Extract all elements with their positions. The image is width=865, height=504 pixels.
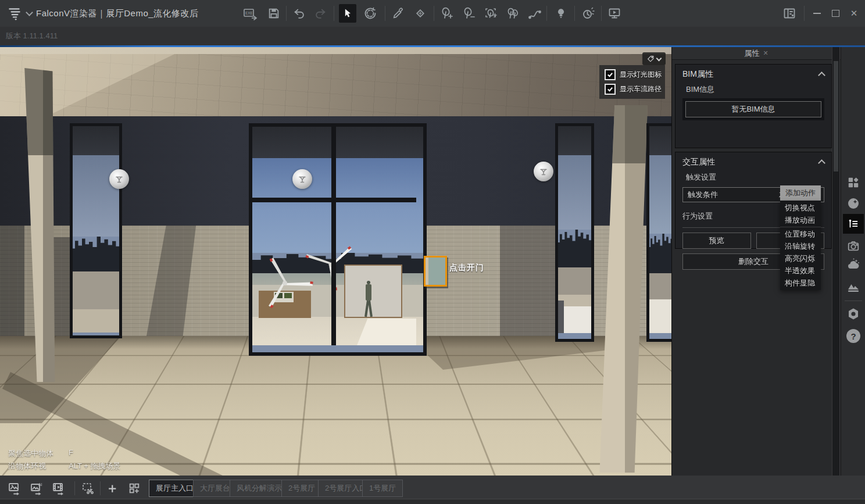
scene-window-right — [555, 123, 594, 342]
light-gizmo-icon[interactable] — [534, 162, 553, 181]
menu-item-rotate-axis[interactable]: 沿轴旋转 — [780, 240, 821, 252]
camera-icon[interactable] — [843, 237, 864, 255]
show-lights-checkbox[interactable] — [605, 69, 616, 80]
toolbar-separator — [385, 6, 385, 21]
scene-window-right-far — [646, 123, 671, 342]
svg-text:EXE: EXE — [245, 11, 253, 15]
select-tool-icon[interactable] — [339, 4, 356, 23]
tab-properties[interactable]: 属性 — [744, 48, 759, 59]
menu-item-play-animation[interactable]: 播放动画 — [780, 214, 821, 226]
side-icon-strip: ? — [841, 47, 865, 476]
panel-tab-bar[interactable]: 属性 ✕ — [672, 47, 841, 60]
panel-scrollbar[interactable] — [832, 47, 840, 476]
bottombar-separator — [100, 481, 101, 495]
menu-item-show-hide[interactable]: 构件显隐 — [780, 277, 821, 289]
app-logo-icon — [5, 0, 24, 27]
menu-divider — [780, 227, 821, 227]
close-button[interactable]: ✕ — [845, 0, 863, 27]
scene-wind-turbine — [299, 235, 363, 294]
vegetation-remove-icon[interactable] — [460, 0, 477, 27]
export-image-icon[interactable] — [7, 481, 22, 496]
save-icon[interactable] — [265, 0, 283, 27]
toolbar-separator — [286, 6, 287, 21]
tab-close-icon[interactable]: ✕ — [763, 49, 768, 57]
collapse-icon — [818, 159, 825, 167]
layout-icon[interactable] — [781, 0, 798, 27]
vegetation-select-icon[interactable] — [482, 0, 499, 27]
export-ai-image-icon[interactable]: AI — [29, 481, 44, 496]
viewport-display-options: 显示灯光图标 显示车流路径 — [599, 65, 665, 99]
paint-bucket-icon[interactable] — [412, 0, 429, 27]
components-icon[interactable] — [843, 174, 864, 191]
preview-button[interactable]: 预览 — [682, 233, 751, 249]
scene-tree-icon-selected[interactable] — [843, 214, 864, 234]
bim-section-header[interactable]: BIM属性 — [675, 65, 831, 83]
menu-item-move-position[interactable]: 位置移动 — [780, 228, 821, 240]
scene-ceiling — [0, 54, 671, 116]
menu-item-translucent[interactable]: 半透效果 — [780, 264, 821, 277]
vegetation-group-icon[interactable] — [504, 0, 521, 27]
export-exe-icon[interactable]: EXE — [242, 0, 259, 27]
toolbar-separator — [434, 6, 434, 21]
path-tool-icon[interactable] — [526, 0, 544, 27]
eyedropper-icon[interactable] — [389, 0, 407, 27]
manage-views-icon[interactable] — [127, 481, 142, 496]
help-icon[interactable]: ? — [843, 327, 864, 345]
show-traffic-checkbox[interactable] — [605, 84, 616, 95]
door-interaction-marker[interactable] — [424, 256, 447, 287]
scene-floor — [0, 336, 671, 476]
scrollbar-handle[interactable] — [834, 61, 838, 171]
bim-section: BIM属性 BIM信息 暂无BIM信息 — [675, 64, 832, 148]
crop-capture-icon[interactable] — [80, 481, 95, 496]
toolbar-separator — [334, 6, 334, 21]
bim-info-box: 暂无BIM信息 — [682, 98, 824, 120]
time-of-day-icon[interactable] — [579, 0, 596, 27]
tag-filter-button[interactable] — [642, 52, 666, 65]
show-traffic-option[interactable]: 显示车流路径 — [605, 84, 665, 95]
light-gizmo-icon[interactable] — [109, 169, 129, 189]
toolbar-separator — [574, 6, 575, 21]
vegetation-add-icon[interactable] — [438, 0, 455, 27]
scene-entrance-glass[interactable] — [249, 123, 427, 356]
menu-item-highlight-flash[interactable]: 高亮闪烁 — [780, 252, 821, 264]
scene-mullion — [331, 127, 336, 345]
viewpoint-tab-hall2[interactable]: 2号展厅 — [281, 480, 322, 497]
orbit-tool-icon[interactable] — [362, 0, 379, 27]
viewpoint-tab-hall1[interactable]: 1号展厅 — [362, 480, 403, 497]
material-sphere-icon[interactable] — [843, 195, 864, 212]
app-menu-chevron-icon[interactable] — [24, 0, 34, 27]
minimize-button[interactable] — [808, 0, 825, 27]
weather-icon[interactable] — [843, 256, 864, 273]
show-lights-option[interactable]: 显示灯光图标 — [605, 69, 665, 80]
interaction-section-header[interactable]: 交互属性 — [675, 152, 831, 171]
menu-item-switch-view[interactable]: 切换视点 — [780, 202, 821, 214]
toolbar-separator — [546, 6, 547, 21]
light-gizmo-icon[interactable] — [292, 169, 312, 189]
hint-orbit: 沿物体环视 ALT + 拖拽场景 — [8, 461, 120, 471]
add-viewpoint-button[interactable]: ＋ — [105, 481, 120, 496]
version-label: 版本 1.11.1.411 — [6, 31, 58, 41]
chevron-down-icon — [656, 55, 662, 61]
redo-icon[interactable] — [312, 0, 329, 27]
bim-info-label: BIM信息 — [675, 83, 831, 98]
properties-panel: 属性 ✕ BIM属性 BIM信息 暂无BIM信息 交互属性 触发设置 触发条件 … — [671, 47, 865, 476]
export-video-icon[interactable] — [51, 481, 66, 496]
viewport-3d[interactable]: 点击开门 显示灯光图标 显示车流路径 聚焦选中物体 F 沿物体环视 ALT + … — [0, 47, 671, 476]
scene-mullion — [252, 198, 416, 202]
title-bar: FalconV渲染器｜展厅Demo_流化修改后 EXE — [0, 0, 865, 27]
window-title: FalconV渲染器｜展厅Demo_流化修改后 — [36, 0, 199, 27]
strip-divider — [845, 301, 862, 301]
presentation-icon[interactable] — [606, 0, 623, 27]
collapse-icon — [818, 72, 825, 79]
undo-icon[interactable] — [291, 0, 308, 27]
tag-icon — [647, 55, 655, 63]
trigger-condition-label: 触发条件 — [688, 190, 718, 200]
maximize-button[interactable] — [827, 0, 844, 27]
viewpoint-tab-fan-demo[interactable]: 风机分解演示 — [230, 480, 289, 497]
terrain-icon[interactable] — [843, 278, 864, 296]
bim-empty-message: 暂无BIM信息 — [685, 101, 821, 117]
light-tool-icon[interactable] — [552, 0, 570, 27]
settings-icon[interactable] — [843, 305, 864, 323]
add-action-button[interactable]: 添加动作 — [780, 185, 821, 201]
add-action-menu: 切换视点 播放动画 位置移动 沿轴旋转 高亮闪烁 半透效果 构件显隐 — [780, 201, 821, 290]
